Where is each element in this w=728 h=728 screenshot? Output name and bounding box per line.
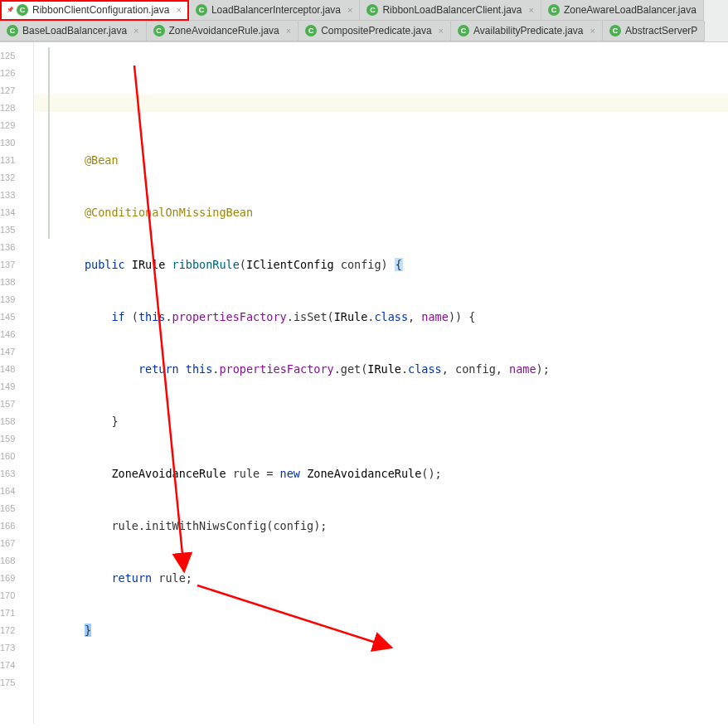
code-line <box>57 99 728 117</box>
close-icon[interactable]: × <box>173 5 181 15</box>
code-line: @Bean <box>57 152 728 169</box>
code-line: public IRule ribbonRule(IClientConfig co… <box>57 256 728 274</box>
tab-zone-avoidance-rule[interactable]: CZoneAvoidanceRule.java× <box>147 21 299 41</box>
tab-label: LoadBalancerInterceptor.java <box>211 4 341 16</box>
java-class-icon: C <box>366 4 378 16</box>
tab-bar: 📌CRibbonClientConfiguration.java× CLoadB… <box>0 0 728 42</box>
java-class-icon: C <box>196 4 207 16</box>
java-class-icon: C <box>609 25 621 36</box>
tab-loadbalancer-interceptor[interactable]: CLoadBalancerInterceptor.java× <box>189 0 361 21</box>
code-line: return rule; <box>57 570 728 587</box>
close-icon[interactable]: × <box>284 26 291 36</box>
code-line: rule.initWithNiwsConfig(config); <box>57 517 728 535</box>
code-line <box>57 674 728 692</box>
line-number-gutter: 1251261271281291301311321331341351361371… <box>0 42 34 724</box>
tab-label: AbstractServerP <box>625 25 697 36</box>
java-class-icon: C <box>458 25 469 36</box>
code-area[interactable]: @Bean @ConditionalOnMissingBean public I… <box>34 42 728 724</box>
java-class-icon: C <box>153 25 165 36</box>
close-icon[interactable]: × <box>588 26 595 36</box>
java-class-icon: C <box>548 4 560 16</box>
code-line: return this.propertiesFactory.get(IRule.… <box>57 361 728 378</box>
tab-label: ZoneAwareLoadBalancer.java <box>564 4 696 16</box>
close-icon[interactable]: × <box>527 5 534 15</box>
tab-ribbon-client-config[interactable]: 📌CRibbonClientConfiguration.java× <box>0 0 189 21</box>
java-class-icon: C <box>7 25 18 36</box>
tab-abstract-server-predicate[interactable]: CAbstractServerP <box>603 21 705 41</box>
close-icon[interactable]: × <box>345 5 352 15</box>
code-line: } <box>57 413 728 430</box>
close-icon[interactable]: × <box>436 26 444 36</box>
code-line: } <box>57 622 728 639</box>
code-line: ZoneAvoidanceRule rule = new ZoneAvoidan… <box>57 465 728 483</box>
tab-label: AvailabilityPredicate.java <box>473 25 584 36</box>
code-line: @ConditionalOnMissingBean <box>57 204 728 221</box>
tab-availability-predicate[interactable]: CAvailabilityPredicate.java× <box>451 21 603 41</box>
tab-label: RibbonLoadBalancerClient.java <box>382 4 522 16</box>
java-class-icon: C <box>305 25 317 36</box>
tab-ribbon-loadbalancer-client[interactable]: CRibbonLoadBalancerClient.java× <box>360 0 541 21</box>
tab-zone-aware-loadbalancer[interactable]: CZoneAwareLoadBalancer.java <box>541 0 704 21</box>
tab-label: CompositePredicate.java <box>321 25 431 36</box>
tab-label: RibbonClientConfiguration.java <box>32 4 169 16</box>
close-icon[interactable]: × <box>131 26 138 36</box>
code-editor[interactable]: 1251261271281291301311321331341351361371… <box>0 42 728 724</box>
tab-composite-predicate[interactable]: CCompositePredicate.java× <box>298 21 451 41</box>
tab-base-loadbalancer[interactable]: CBaseLoadBalancer.java× <box>0 21 147 41</box>
java-class-icon: C <box>17 4 28 16</box>
tab-label: BaseLoadBalancer.java <box>22 25 127 36</box>
tab-label: ZoneAvoidanceRule.java <box>169 25 279 36</box>
code-line: if (this.propertiesFactory.isSet(IRule.c… <box>57 308 728 326</box>
